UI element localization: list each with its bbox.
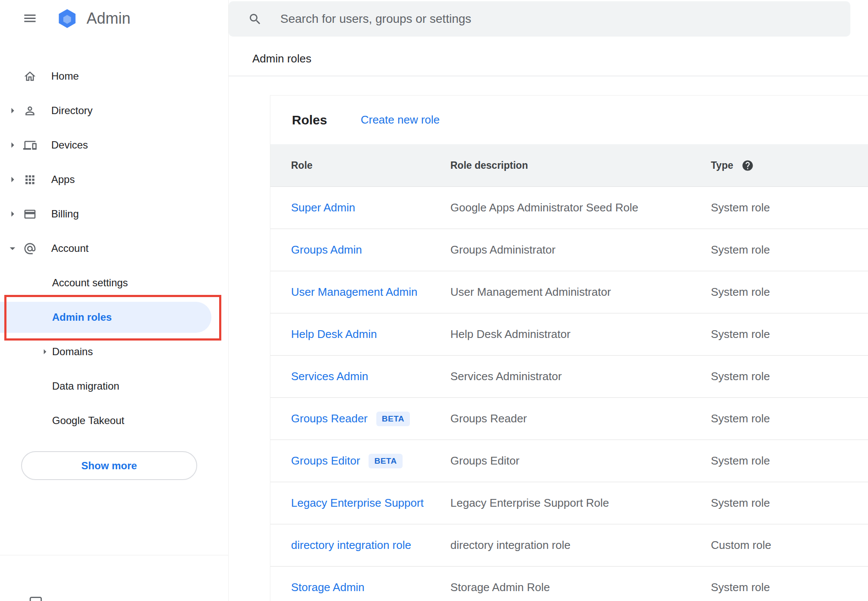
sidebar-item-account[interactable]: Account [0, 231, 228, 266]
column-header-role: Role [270, 160, 450, 171]
role-type: System role [711, 370, 868, 383]
beta-badge: BETA [369, 454, 402, 468]
role-link[interactable]: Groups Admin [291, 243, 362, 257]
sidebar-item-label: Account [51, 242, 89, 254]
sidebar-item-label: Account settings [52, 277, 128, 289]
home-icon [22, 70, 37, 83]
admin-logo-icon [55, 8, 79, 29]
table-header-row: Role Role description Type [270, 144, 868, 187]
role-description: Legacy Enterprise Support Role [450, 496, 711, 510]
table-row: Help Desk Admin Help Desk Administrator … [270, 313, 868, 356]
search-input[interactable] [279, 12, 837, 26]
show-more-button[interactable]: Show more [21, 451, 197, 480]
sidebar: Admin Home Directory Devices [0, 0, 229, 601]
sidebar-item-label: Apps [51, 173, 75, 186]
beta-badge: BETA [376, 412, 410, 426]
sidebar-item-home[interactable]: Home [0, 59, 228, 93]
sidebar-item-billing[interactable]: Billing [0, 197, 228, 231]
column-header-description: Role description [450, 160, 711, 171]
chevron-right-icon[interactable] [6, 208, 22, 220]
chevron-right-icon[interactable] [6, 173, 22, 186]
hamburger-icon [22, 11, 37, 26]
person-icon [22, 104, 37, 118]
create-new-role-link[interactable]: Create new role [361, 113, 440, 127]
table-row: Groups Reader BETA Groups Reader System … [270, 398, 868, 440]
role-description: Groups Editor [450, 454, 711, 468]
roles-card: Roles Create new role Role Role descript… [270, 95, 868, 601]
sidebar-item-label: Devices [51, 139, 88, 151]
sidebar-item-devices[interactable]: Devices [0, 128, 228, 162]
role-link[interactable]: Groups Editor [291, 454, 360, 468]
role-description: directory integration role [450, 539, 711, 552]
role-description: Groups Reader [450, 412, 711, 425]
sidebar-item-label: Domains [52, 346, 93, 358]
role-description: Groups Administrator [450, 243, 711, 257]
role-type: System role [711, 581, 868, 594]
table-row: User Management Admin User Management Ad… [270, 271, 868, 313]
breadcrumb: Admin roles [252, 52, 311, 65]
role-type: System role [711, 243, 868, 257]
sidebar-item-data-migration[interactable]: Data migration [0, 369, 228, 403]
at-sign-icon [22, 242, 37, 255]
admin-logo[interactable]: Admin [55, 8, 130, 29]
sidebar-item-label: Directory [51, 105, 93, 117]
role-description: Storage Admin Role [450, 581, 711, 594]
role-type: System role [711, 412, 868, 425]
role-link[interactable]: Groups Reader [291, 412, 368, 425]
role-type: System role [711, 496, 868, 510]
app-name: Admin [87, 9, 130, 28]
role-type: Custom role [711, 539, 868, 552]
table-row: directory integration role directory int… [270, 524, 868, 567]
table-row: Services Admin Services Administrator Sy… [270, 356, 868, 398]
role-link[interactable]: Super Admin [291, 201, 355, 214]
apps-grid-icon [22, 173, 37, 186]
sidebar-item-google-takeout[interactable]: Google Takeout [0, 403, 228, 438]
search-icon [248, 12, 262, 26]
page-title: Roles [292, 113, 327, 127]
table-row: Groups Editor BETA Groups Editor System … [270, 440, 868, 482]
chevron-down-icon[interactable] [6, 242, 22, 255]
table-row: Super Admin Google Apps Administrator Se… [270, 187, 868, 229]
role-link[interactable]: Legacy Enterprise Support [291, 496, 424, 510]
role-description: Services Administrator [450, 370, 711, 383]
sidebar-item-directory[interactable]: Directory [0, 93, 228, 128]
role-link[interactable]: Storage Admin [291, 581, 365, 594]
card-header: Roles Create new role [270, 96, 868, 144]
role-type: System role [711, 201, 868, 214]
chevron-right-icon[interactable] [6, 104, 22, 117]
sidebar-item-label: Home [51, 70, 79, 82]
sidebar-divider [0, 555, 228, 555]
sidebar-item-domains[interactable]: Domains [0, 335, 228, 369]
sidebar-item-label: Google Takeout [52, 415, 124, 427]
main-content: Admin roles Roles Create new role Role R… [229, 0, 868, 601]
search-bar [229, 1, 850, 37]
column-header-type: Type [711, 160, 733, 171]
role-link[interactable]: Services Admin [291, 370, 368, 383]
sidebar-item-label: Data migration [52, 380, 119, 392]
role-link[interactable]: Help Desk Admin [291, 328, 377, 341]
role-type: System role [711, 285, 868, 299]
role-description: User Management Administrator [450, 285, 711, 299]
chevron-right-icon[interactable] [39, 346, 51, 358]
role-description: Help Desk Administrator [450, 328, 711, 341]
sidebar-item-apps[interactable]: Apps [0, 162, 228, 197]
role-type: System role [711, 454, 868, 468]
sidebar-item-account-settings[interactable]: Account settings [0, 266, 228, 300]
table-row: Storage Admin Storage Admin Role System … [270, 567, 868, 601]
menu-button[interactable] [21, 9, 39, 28]
role-type: System role [711, 328, 868, 341]
devices-icon [22, 139, 37, 152]
sidebar-item-label: Admin roles [52, 311, 112, 323]
partial-bottom-icon [28, 595, 43, 601]
help-icon[interactable] [741, 159, 754, 172]
role-link[interactable]: User Management Admin [291, 285, 417, 299]
sidebar-nav: Home Directory Devices Apps [0, 37, 228, 480]
sidebar-item-label: Billing [51, 208, 79, 220]
table-row: Legacy Enterprise Support Legacy Enterpr… [270, 482, 868, 524]
role-link[interactable]: directory integration role [291, 539, 411, 552]
sidebar-item-admin-roles[interactable]: Admin roles [0, 300, 228, 335]
table-row: Groups Admin Groups Administrator System… [270, 229, 868, 271]
header-divider [229, 76, 868, 76]
sidebar-header: Admin [0, 0, 228, 37]
chevron-right-icon[interactable] [6, 139, 22, 152]
